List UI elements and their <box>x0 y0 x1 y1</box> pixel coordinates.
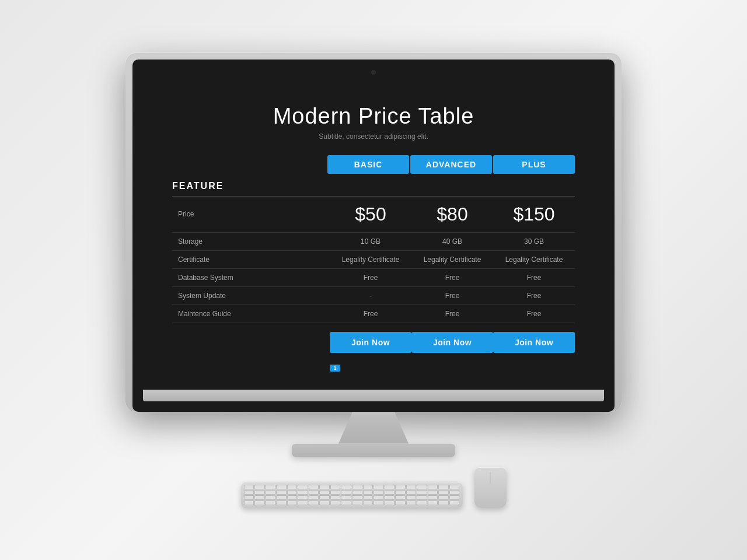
join-now-row: Join Now Join Now Join Now <box>172 323 575 359</box>
key <box>417 490 427 495</box>
key <box>438 501 449 505</box>
key <box>341 501 351 505</box>
key <box>363 501 374 505</box>
key <box>319 501 330 505</box>
certificate-row: Certificate Legality Certificate Legalit… <box>172 250 575 268</box>
system-update-advanced: Free <box>411 286 493 304</box>
key <box>266 495 276 500</box>
storage-advanced: 40 GB <box>411 232 493 250</box>
monitor-bottom-bezel <box>143 390 604 401</box>
join-advanced-button[interactable]: Join Now <box>411 332 493 353</box>
key <box>428 495 438 500</box>
storage-row: Storage 10 GB 40 GB 30 GB <box>172 232 575 250</box>
key <box>254 485 265 489</box>
key <box>298 501 308 505</box>
database-plus: Free <box>493 268 575 286</box>
key <box>276 485 287 489</box>
plan-tabs: BASIC ADVANCED PLUS <box>327 155 575 174</box>
certificate-label: Certificate <box>172 250 330 268</box>
key <box>374 501 384 505</box>
join-basic-button[interactable]: Join Now <box>330 332 411 353</box>
key <box>438 490 449 495</box>
scene: Modern Price Table Subtitle, consectetur… <box>0 0 747 560</box>
system-update-basic: - <box>330 286 411 304</box>
key <box>385 501 395 505</box>
key <box>417 485 427 489</box>
key <box>449 485 460 489</box>
key <box>417 495 427 500</box>
key <box>266 490 276 495</box>
system-update-plus: Free <box>493 286 575 304</box>
webcam <box>371 70 376 75</box>
keyboard <box>241 482 463 508</box>
tab-basic[interactable]: BASIC <box>327 155 409 174</box>
key <box>287 485 298 489</box>
key <box>363 495 374 500</box>
system-update-label: System Update <box>172 286 330 304</box>
join-basic-cell: Join Now <box>330 323 411 359</box>
key <box>374 485 384 489</box>
page-dot-1[interactable]: 1 <box>330 365 340 372</box>
key <box>254 490 265 495</box>
storage-basic: 10 GB <box>330 232 411 250</box>
maintence-guide-label: Maintence Guide <box>172 304 330 323</box>
key <box>395 501 406 505</box>
key <box>406 490 417 495</box>
database-row: Database System Free Free Free <box>172 268 575 286</box>
key <box>352 490 362 495</box>
price-label: Price <box>172 196 330 232</box>
key <box>287 501 298 505</box>
key <box>341 485 351 489</box>
plans-header: BASIC ADVANCED PLUS <box>172 155 575 174</box>
keyboard-area <box>241 467 507 508</box>
key <box>449 501 460 505</box>
key <box>276 495 287 500</box>
key <box>341 490 351 495</box>
key <box>406 495 417 500</box>
key <box>428 485 438 489</box>
maintence-guide-advanced: Free <box>411 304 493 323</box>
key <box>374 490 384 495</box>
price-advanced: $80 <box>411 196 493 232</box>
key <box>276 490 287 495</box>
key <box>319 485 330 489</box>
key <box>298 485 308 489</box>
key <box>352 501 362 505</box>
key <box>298 495 308 500</box>
storage-label: Storage <box>172 232 330 250</box>
feature-column-header: FEATURE <box>172 176 330 197</box>
monitor: Modern Price Table Subtitle, consectetur… <box>125 52 622 412</box>
tab-advanced[interactable]: ADVANCED <box>410 155 492 174</box>
pagination-row: 1 <box>172 359 575 372</box>
tab-plus[interactable]: PLUS <box>493 155 575 174</box>
key <box>428 501 438 505</box>
key <box>309 485 319 489</box>
join-plus-button[interactable]: Join Now <box>493 332 575 353</box>
join-plus-cell: Join Now <box>493 323 575 359</box>
key <box>385 495 395 500</box>
key <box>449 490 460 495</box>
key <box>406 485 417 489</box>
storage-plus: 30 GB <box>493 232 575 250</box>
key <box>438 495 449 500</box>
monitor-stand-neck <box>338 412 409 444</box>
feature-header-row: FEATURE <box>172 176 575 197</box>
key <box>385 490 395 495</box>
database-advanced: Free <box>411 268 493 286</box>
key <box>395 485 406 489</box>
key <box>244 490 254 495</box>
key <box>330 490 341 495</box>
key <box>330 485 341 489</box>
key <box>287 495 298 500</box>
key <box>352 485 362 489</box>
price-plus: $150 <box>493 196 575 232</box>
key <box>417 501 427 505</box>
key <box>266 485 276 489</box>
price-row: Price $50 $80 $150 <box>172 196 575 232</box>
database-label: Database System <box>172 268 330 286</box>
pagination-cell: 1 <box>330 359 411 372</box>
key <box>385 485 395 489</box>
database-basic: Free <box>330 268 411 286</box>
key <box>244 501 254 505</box>
key <box>309 490 319 495</box>
